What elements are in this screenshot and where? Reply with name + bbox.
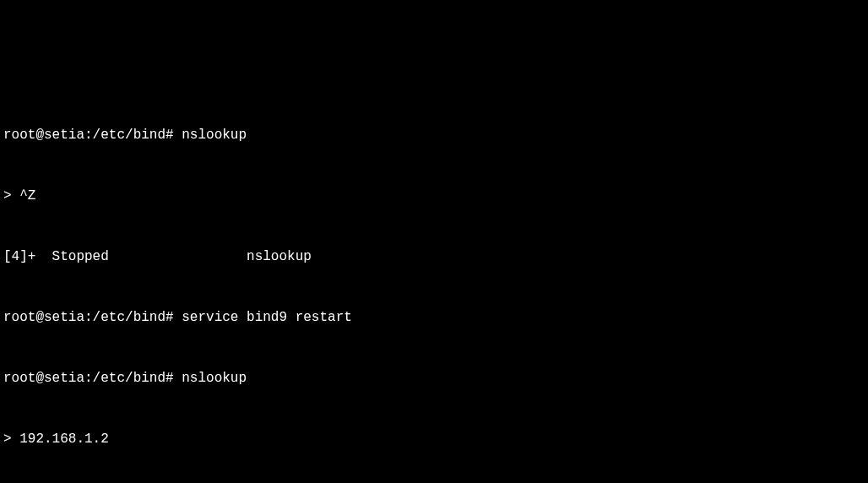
terminal-line-service-restart: root@setia:/etc/bind# service bind9 rest…	[3, 307, 865, 328]
terminal-line-nslookup: root@setia:/etc/bind# nslookup	[3, 368, 865, 388]
terminal-window[interactable]: root@setia:/etc/bind# nslookup > ^Z [4]+…	[3, 84, 865, 483]
terminal-line-query-ip: > 192.168.1.2	[3, 429, 865, 449]
terminal-line-job-stopped: [4]+ Stopped nslookup	[3, 247, 865, 267]
terminal-line-suspend: > ^Z	[3, 186, 865, 206]
terminal-line-prompt: root@setia:/etc/bind# nslookup	[3, 125, 865, 145]
